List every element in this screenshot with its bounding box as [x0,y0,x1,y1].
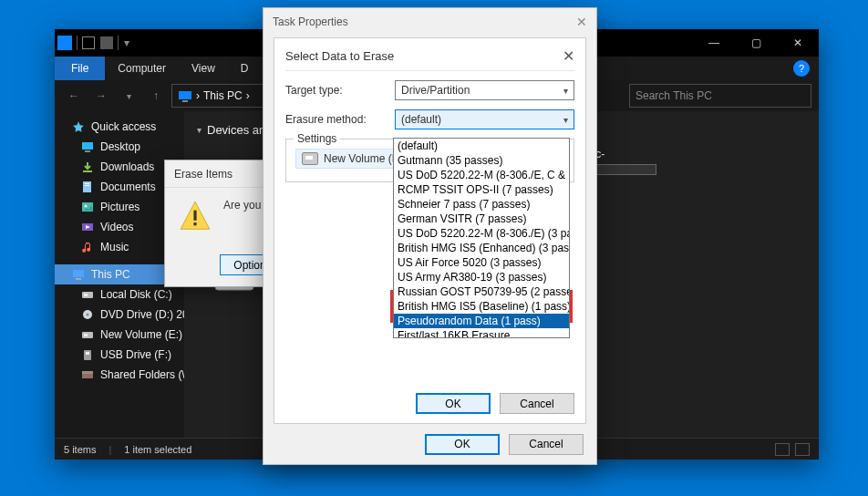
close-button[interactable]: ✕ [576,15,587,29]
svg-rect-0 [179,91,191,99]
erasure-method-dropdown[interactable]: (default) ▾ [395,109,574,129]
maximize-button[interactable]: ▢ [735,29,777,57]
chevron-down-icon: ▾ [563,115,568,125]
tab-file[interactable]: File [55,57,105,80]
nav-forward-button[interactable]: → [89,84,113,108]
sidebar-label: New Volume (E:) [100,328,182,341]
svg-rect-6 [85,183,89,184]
drive-icon [302,152,318,165]
crumb-label: This PC [203,89,243,102]
svg-rect-14 [84,294,88,296]
nav-history-button[interactable]: ▾ [117,84,140,108]
erasure-method-option[interactable]: US DoD 5220.22-M (8-306./E, C & E [394,168,569,182]
erasure-method-label: Erasure method: [285,113,395,126]
inner-cancel-button[interactable]: Cancel [500,393,574,414]
close-button[interactable]: ✕ [777,29,819,57]
sidebar-quick-access[interactable]: Quick access [55,117,184,137]
tab-computer[interactable]: Computer [105,57,179,80]
sidebar-label: Local Disk (C:) [100,288,172,301]
svg-rect-25 [193,211,196,221]
tab-view[interactable]: View [179,57,228,80]
erasure-method-option[interactable]: US Army AR380-19 (3 passes) [394,270,569,284]
this-pc-icon [178,88,192,103]
videos-icon [80,220,95,234]
view-details-button[interactable] [775,443,790,456]
dialog-text: Are you [223,199,261,212]
panel-title: Select Data to Erase [285,49,394,63]
view-tiles-button[interactable] [795,443,810,456]
cancel-button[interactable]: Cancel [509,434,584,455]
svg-point-16 [87,314,89,316]
star-icon [71,119,86,134]
inner-ok-button[interactable]: OK [416,393,491,414]
sidebar-item-desktop[interactable]: Desktop [55,137,184,157]
svg-rect-4 [83,170,92,172]
sidebar-label: This PC [91,268,130,281]
tab-extra[interactable]: D [228,57,262,80]
erasure-method-option[interactable]: US DoD 5220.22-M (8-306./E) (3 pas [394,226,569,241]
search-input[interactable]: Search This PC [629,84,811,108]
sidebar-drive[interactable]: USB Drive (F:) [55,345,184,365]
svg-rect-12 [76,278,81,280]
erasure-method-option[interactable]: US Air Force 5020 (3 passes) [394,255,569,270]
svg-rect-22 [82,371,93,374]
sidebar-label: Shared Folders (\\vm [100,368,184,381]
erasure-method-option[interactable]: Russian GOST P50739-95 (2 passes) [394,284,569,299]
sidebar-drive[interactable]: DVD Drive (D:) 2023 [55,305,184,325]
svg-point-9 [85,205,88,208]
sidebar-drive[interactable]: Shared Folders (\\vm [55,365,184,385]
tab-placeholder-icon [82,36,95,49]
pictures-icon [80,200,95,214]
data-label: New Volume (E: [324,152,402,165]
svg-rect-2 [82,142,93,150]
sidebar-drive[interactable]: Local Disk (C:) [55,284,184,305]
nav-back-button[interactable]: ← [62,84,86,108]
svg-rect-11 [73,270,84,277]
svg-rect-19 [84,350,91,360]
svg-rect-18 [84,334,88,336]
drive-icon [80,367,95,382]
target-type-label: Target type: [285,84,395,97]
erasure-method-option[interactable]: Schneier 7 pass (7 passes) [394,197,569,212]
drive-icon [80,327,95,342]
sidebar-label: DVD Drive (D:) 2023 [100,308,184,321]
erasure-method-option[interactable]: Pseudorandom Data (1 pass) [394,314,569,328]
warning-icon [178,199,212,233]
sidebar-label: Desktop [100,140,140,153]
drive-icon [80,347,95,362]
sidebar-label: Pictures [100,201,140,213]
status-items: 5 items [64,444,96,455]
svg-rect-26 [193,222,196,225]
sidebar-label: Quick access [91,120,156,133]
erasure-method-option[interactable]: (default) [394,139,569,153]
window-titlebar[interactable]: Task Properties ✕ [264,8,596,36]
minimize-button[interactable]: — [693,29,735,57]
erasure-method-option[interactable]: RCMP TSSIT OPS-II (7 passes) [394,182,569,197]
target-type-dropdown[interactable]: Drive/Partition ▾ [395,80,574,100]
erasure-method-options-list[interactable]: (default)Gutmann (35 passes)US DoD 5220.… [393,138,570,338]
window-title: Task Properties [273,16,348,28]
dropdown-value: (default) [401,113,441,126]
sidebar-label: Documents [100,181,156,193]
sidebar-label: USB Drive (F:) [100,348,171,361]
desktop-icon [80,140,95,154]
chevron-down-icon: ▾ [563,86,568,96]
svg-rect-3 [85,150,90,152]
this-pc-icon [71,267,86,282]
crumb-sep: › [196,89,200,102]
drive-icon [80,307,95,322]
nav-up-button[interactable]: ↑ [144,84,168,108]
erasure-method-option[interactable]: British HMG IS5 (Enhanced) (3 pass [394,241,569,255]
erasure-method-option[interactable]: Gutmann (35 passes) [394,153,569,168]
svg-rect-1 [182,100,188,102]
svg-rect-7 [85,185,89,186]
help-icon[interactable]: ? [793,60,810,77]
erasure-method-option[interactable]: British HMG IS5 (Baseline) (1 pass) [394,299,569,314]
fieldset-legend: Settings [294,132,340,145]
panel-close-button[interactable]: ✕ [563,47,574,65]
ok-button[interactable]: OK [425,434,500,455]
erasure-method-option[interactable]: First/last 16KB Erasure [394,328,569,338]
sidebar-drive[interactable]: New Volume (E:) [55,325,184,345]
music-icon [80,240,95,254]
erasure-method-option[interactable]: German VSITR (7 passes) [394,212,569,226]
